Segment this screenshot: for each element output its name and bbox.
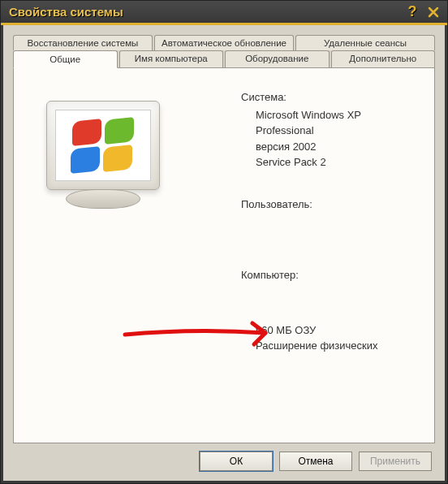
system-line-2: Professional: [256, 123, 418, 139]
user-heading: Пользователь:: [241, 197, 418, 213]
close-icon[interactable]: [424, 3, 442, 21]
tab-auto-update[interactable]: Автоматическое обновление: [154, 35, 294, 50]
ram-value: 960 МБ ОЗУ: [256, 322, 418, 339]
system-line-1: Microsoft Windows XP: [256, 107, 418, 123]
tab-panel-general: Система: Microsoft Windows XP Profession…: [13, 67, 435, 443]
tab-general[interactable]: Общие: [13, 50, 118, 68]
system-line-4: Service Pack 2: [256, 154, 418, 171]
ok-button[interactable]: ОК: [200, 452, 273, 471]
physical-ext: Расширение физических: [256, 338, 418, 354]
info-column: Система: Microsoft Windows XP Profession…: [241, 84, 418, 354]
apply-button: Применить: [359, 452, 432, 471]
tab-remote[interactable]: Удаленные сеансы: [295, 35, 435, 50]
windows-logo: [46, 101, 176, 223]
client-area: Восстановление системы Автоматическое об…: [1, 25, 447, 483]
tab-advanced[interactable]: Дополнительно: [331, 50, 436, 68]
tab-computer-name[interactable]: Имя компьютера: [119, 50, 224, 68]
system-properties-window: Свойства системы ? Восстановление систем…: [0, 0, 448, 484]
tab-hardware[interactable]: Оборудование: [225, 50, 330, 68]
system-line-3: версия 2002: [256, 139, 418, 155]
cancel-button[interactable]: Отмена: [279, 452, 352, 471]
button-row: ОК Отмена Применить: [13, 443, 435, 473]
tabstrip: Восстановление системы Автоматическое об…: [13, 35, 435, 68]
computer-heading: Компьютер:: [241, 267, 418, 283]
titlebar: Свойства системы ?: [1, 1, 447, 24]
tab-system-restore[interactable]: Восстановление системы: [13, 35, 153, 50]
window-title: Свойства системы: [9, 5, 123, 19]
help-icon[interactable]: ?: [403, 3, 421, 21]
system-heading: Система:: [241, 89, 418, 106]
